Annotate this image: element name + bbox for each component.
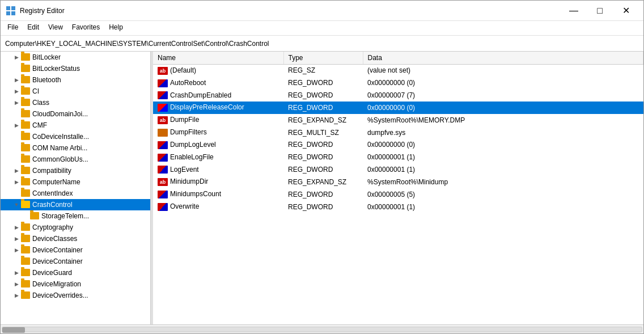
folder-icon-deviceoverrides [21, 291, 30, 299]
tree-label-commonglobus: CommonGlobUs... [32, 155, 150, 163]
menu-view[interactable]: View [44, 22, 67, 34]
folder-icon-bitlocker [21, 53, 30, 61]
expander-ci[interactable] [12, 87, 21, 96]
folder-icon-computername [21, 178, 30, 186]
col-header-data: Data [363, 52, 643, 65]
tree-item-crashcontrol[interactable]: CrashControl [1, 199, 150, 210]
folder-icon-commonglobus [21, 155, 30, 163]
table-row[interactable]: abDumpFileREG_EXPAND_SZ%SystemRoot%\MEMO… [153, 114, 643, 126]
folder-icon-devicecontainer2 [21, 257, 30, 265]
tree-label-clouddomainjoin: CloudDomainJoi... [32, 110, 150, 118]
table-row[interactable]: DumpLogLevelREG_DWORD0x00000000 (0) [153, 138, 643, 151]
registry-editor-window: Registry Editor — □ ✕ File Edit View Fav… [0, 0, 644, 334]
tree-label-deviceguard: DeviceGuard [32, 269, 150, 277]
expander-computername[interactable] [12, 177, 21, 187]
table-row[interactable]: MinidumpsCountREG_DWORD0x00000005 (5) [153, 188, 643, 201]
tree-item-class[interactable]: Class [1, 97, 150, 108]
tree-item-deviceoverrides[interactable]: DeviceOverrides... [1, 290, 150, 301]
expander-cmf[interactable] [12, 121, 21, 130]
cell-type: REG_MULTI_SZ [283, 126, 363, 139]
tree-item-devicecontainer2[interactable]: DeviceContainer [1, 256, 150, 267]
tree-item-cryptography[interactable]: Cryptography [1, 222, 150, 233]
expander-cryptography[interactable] [12, 223, 21, 232]
cell-data: 0x00000000 (0) [363, 138, 643, 151]
tree-item-codeviceinstaller[interactable]: CoDeviceInstalle... [1, 131, 150, 142]
expander-compatibility[interactable] [12, 166, 21, 175]
tree-item-clouddomainjoin[interactable]: CloudDomainJoi... [1, 108, 150, 120]
cell-type: REG_DWORD [283, 188, 363, 201]
menu-edit[interactable]: Edit [23, 22, 44, 34]
tree-item-cmf[interactable]: CMF [1, 120, 150, 131]
folder-icon-compatibility [21, 167, 30, 175]
scrollbar-thumb[interactable] [2, 327, 25, 333]
maximize-button[interactable]: □ [587, 2, 613, 19]
expander-class[interactable] [12, 98, 21, 107]
expander-deviceoverrides[interactable] [12, 291, 21, 300]
menu-help[interactable]: Help [104, 22, 128, 34]
menu-favorites[interactable]: Favorites [67, 22, 104, 34]
tree-label-bluetooth: Bluetooth [32, 76, 150, 84]
table-row[interactable]: OverwriteREG_DWORD0x00000001 (1) [153, 201, 643, 213]
folder-icon-comnamearbi [21, 144, 30, 152]
scrollbar-track[interactable] [2, 327, 642, 332]
tree-item-compatibility[interactable]: Compatibility [1, 165, 150, 176]
table-row[interactable]: EnableLogFileREG_DWORD0x00000001 (1) [153, 151, 643, 163]
cell-type: REG_DWORD [283, 201, 363, 213]
title-bar: Registry Editor — □ ✕ [1, 1, 643, 21]
tree-label-ci: CI [32, 87, 150, 95]
minimize-button[interactable]: — [561, 2, 587, 19]
tree-label-bitlocker: BitLocker [32, 53, 150, 61]
tree-item-contentindex[interactable]: ContentIndex [1, 188, 150, 199]
tree-item-storagetelemetry[interactable]: StorageTelem... [1, 210, 150, 222]
tree-item-devicecontainer1[interactable]: DeviceContainer [1, 244, 150, 256]
expander-bluetooth[interactable] [12, 75, 21, 84]
cell-data: 0x00000001 (1) [363, 151, 643, 163]
expander-crashcontrol[interactable] [12, 200, 21, 209]
table-row[interactable]: CrashDumpEnabledREG_DWORD0x00000007 (7) [153, 89, 643, 102]
cell-name: Overwrite [153, 201, 283, 213]
address-bar[interactable]: Computer\HKEY_LOCAL_MACHINE\SYSTEM\Curre… [1, 36, 643, 52]
expander-deviceclasses[interactable] [12, 234, 21, 243]
cell-data: 0x00000001 (1) [363, 163, 643, 176]
horizontal-scrollbar[interactable] [1, 324, 643, 333]
tree-item-commonglobus[interactable]: CommonGlobUs... [1, 154, 150, 165]
tree-label-codeviceinstaller: CoDeviceInstalle... [32, 133, 150, 141]
folder-icon-contentindex [21, 189, 30, 197]
tree-item-devicemigration[interactable]: DeviceMigration [1, 278, 150, 290]
table-row[interactable]: AutoRebootREG_DWORD0x00000000 (0) [153, 77, 643, 89]
tree-item-bitlockerstatus[interactable]: BitLockerStatus [1, 63, 150, 74]
cell-name: DisplayPreReleaseColor [153, 102, 283, 114]
tree-pane[interactable]: BitLocker BitLockerStatus Bluetooth CI [1, 52, 151, 324]
expander-devicemigration[interactable] [12, 280, 21, 289]
tree-item-computername[interactable]: ComputerName [1, 176, 150, 188]
table-row[interactable]: DumpFiltersREG_MULTI_SZdumpfve.sys [153, 126, 643, 139]
expander-bitlocker[interactable] [12, 53, 21, 62]
expander-deviceguard[interactable] [12, 268, 21, 277]
menu-bar: File Edit View Favorites Help [1, 21, 643, 36]
address-path: Computer\HKEY_LOCAL_MACHINE\SYSTEM\Curre… [5, 40, 269, 48]
close-button[interactable]: ✕ [613, 2, 639, 19]
tree-item-bitlocker[interactable]: BitLocker [1, 52, 150, 63]
tree-item-bluetooth[interactable]: Bluetooth [1, 74, 150, 86]
menu-file[interactable]: File [3, 22, 23, 34]
tree-item-deviceguard[interactable]: DeviceGuard [1, 267, 150, 278]
tree-label-storagetelemetry: StorageTelem... [41, 212, 150, 220]
cell-name: DumpFilters [153, 126, 283, 139]
folder-icon-ci [21, 87, 30, 95]
tree-label-deviceclasses: DeviceClasses [32, 235, 150, 243]
folder-icon-cmf [21, 121, 30, 129]
svg-rect-1 [11, 6, 15, 10]
table-row[interactable]: abMinidumpDirREG_EXPAND_SZ%SystemRoot%\M… [153, 176, 643, 188]
table-row[interactable]: LogEventREG_DWORD0x00000001 (1) [153, 163, 643, 176]
cell-name: abMinidumpDir [153, 176, 283, 188]
tree-label-computername: ComputerName [32, 178, 150, 186]
cell-data: (value not set) [363, 65, 643, 77]
tree-label-bitlockerstatus: BitLockerStatus [32, 65, 150, 73]
expander-devicecontainer1[interactable] [12, 246, 21, 255]
tree-item-comnamearbi[interactable]: COM Name Arbi... [1, 142, 150, 154]
table-row[interactable]: DisplayPreReleaseColorREG_DWORD0x0000000… [153, 102, 643, 114]
cell-data: %SystemRoot%\MEMORY.DMP [363, 114, 643, 126]
table-row[interactable]: ab(Default)REG_SZ(value not set) [153, 65, 643, 77]
tree-item-deviceclasses[interactable]: DeviceClasses [1, 233, 150, 244]
tree-item-ci[interactable]: CI [1, 86, 150, 97]
